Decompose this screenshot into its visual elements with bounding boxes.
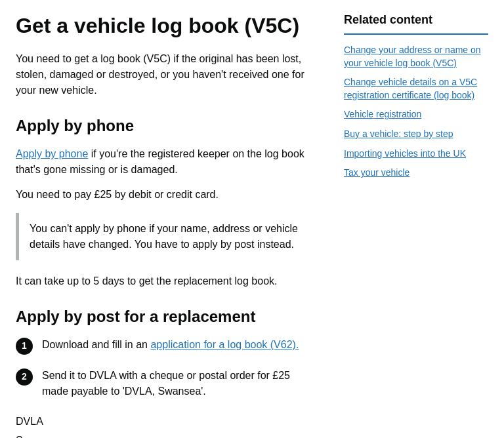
step-2: 2 Send it to DVLA with a cheque or posta… xyxy=(16,368,318,399)
step-1-number: 1 xyxy=(16,338,33,355)
related-links-list: Change your address or name on your vehi… xyxy=(344,44,488,180)
intro-paragraph: You need to get a log book (V5C) if the … xyxy=(16,51,318,98)
related-link-item: Tax your vehicle xyxy=(344,167,488,180)
related-link-item: Change your address or name on your vehi… xyxy=(344,44,488,70)
phone-para2: You need to pay £25 by debit or credit c… xyxy=(16,187,318,203)
related-link-item: Buy a vehicle: step by step xyxy=(344,128,488,141)
step1-prefix: Download and fill in an xyxy=(42,339,150,350)
related-link-item: Change vehicle details on a V5C registra… xyxy=(344,76,488,102)
step-1-text: Download and fill in an application for … xyxy=(42,337,318,353)
main-content: Get a vehicle log book (V5C) You need to… xyxy=(16,13,318,438)
address-line2: Swansea xyxy=(16,431,318,438)
page-wrapper: Get a vehicle log book (V5C) You need to… xyxy=(16,13,488,438)
step-2-number: 2 xyxy=(16,368,33,386)
v62-application-link[interactable]: application for a log book (V62). xyxy=(150,339,299,350)
address-block: DVLA Swansea SA99 1DD xyxy=(16,412,318,438)
steps-list: 1 Download and fill in an application fo… xyxy=(16,337,318,399)
related-link-6[interactable]: Tax your vehicle xyxy=(344,167,410,178)
related-link-1[interactable]: Change your address or name on your vehi… xyxy=(344,45,481,68)
related-content-title: Related content xyxy=(344,13,488,35)
phone-para3: It can take up to 5 days to get the repl… xyxy=(16,273,318,289)
related-link-5[interactable]: Importing vehicles into the UK xyxy=(344,148,466,159)
apply-by-phone-link[interactable]: Apply by phone xyxy=(16,148,88,159)
apply-by-phone-heading: Apply by phone xyxy=(16,117,318,136)
page-title: Get a vehicle log book (V5C) xyxy=(16,13,318,38)
related-link-2[interactable]: Change vehicle details on a V5C registra… xyxy=(344,77,477,100)
section-apply-by-post: Apply by post for a replacement 1 Downlo… xyxy=(16,308,318,438)
apply-by-post-heading: Apply by post for a replacement xyxy=(16,308,318,327)
related-link-item: Vehicle registration xyxy=(344,108,488,121)
callout-box: You can't apply by phone if your name, a… xyxy=(16,213,318,260)
step-1: 1 Download and fill in an application fo… xyxy=(16,337,318,355)
step-2-text: Send it to DVLA with a cheque or postal … xyxy=(42,368,318,399)
related-link-item: Importing vehicles into the UK xyxy=(344,148,488,161)
sidebar: Related content Change your address or n… xyxy=(344,13,488,438)
related-link-3[interactable]: Vehicle registration xyxy=(344,109,421,119)
callout-text: You can't apply by phone if your name, a… xyxy=(30,221,307,252)
related-link-4[interactable]: Buy a vehicle: step by step xyxy=(344,129,453,139)
address-line1: DVLA xyxy=(16,412,318,431)
phone-para1: Apply by phone if you're the registered … xyxy=(16,146,318,178)
section-apply-by-phone: Apply by phone Apply by phone if you're … xyxy=(16,117,318,289)
